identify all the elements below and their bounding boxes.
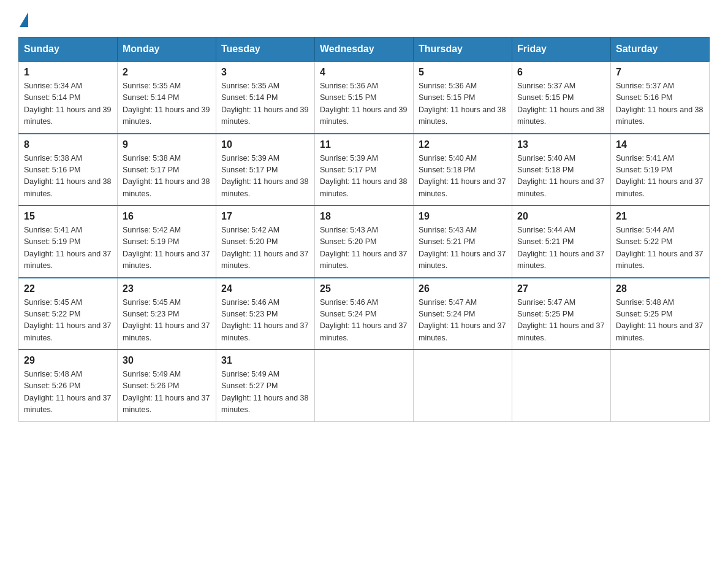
- day-number: 4: [320, 67, 408, 78]
- day-info: Sunrise: 5:34 AMSunset: 5:14 PMDaylight:…: [24, 80, 112, 128]
- calendar-cell: 11Sunrise: 5:39 AMSunset: 5:17 PMDayligh…: [315, 134, 414, 206]
- day-info: Sunrise: 5:44 AMSunset: 5:21 PMDaylight:…: [517, 224, 605, 272]
- day-number: 30: [123, 355, 211, 366]
- day-number: 21: [616, 211, 704, 222]
- day-info: Sunrise: 5:37 AMSunset: 5:16 PMDaylight:…: [616, 80, 704, 128]
- day-number: 22: [24, 283, 112, 294]
- day-number: 16: [123, 211, 211, 222]
- day-number: 26: [419, 283, 507, 294]
- calendar-cell: 28Sunrise: 5:48 AMSunset: 5:25 PMDayligh…: [611, 278, 710, 350]
- day-number: 2: [123, 67, 211, 78]
- calendar-cell: 1Sunrise: 5:34 AMSunset: 5:14 PMDaylight…: [19, 61, 118, 134]
- day-info: Sunrise: 5:45 AMSunset: 5:23 PMDaylight:…: [123, 297, 211, 345]
- calendar-cell: 7Sunrise: 5:37 AMSunset: 5:16 PMDaylight…: [611, 61, 710, 134]
- day-info: Sunrise: 5:44 AMSunset: 5:22 PMDaylight:…: [616, 224, 704, 272]
- day-info: Sunrise: 5:41 AMSunset: 5:19 PMDaylight:…: [24, 224, 112, 272]
- calendar-cell: 12Sunrise: 5:40 AMSunset: 5:18 PMDayligh…: [414, 134, 512, 206]
- day-number: 28: [616, 283, 704, 294]
- day-number: 15: [24, 211, 112, 222]
- day-info: Sunrise: 5:41 AMSunset: 5:19 PMDaylight:…: [616, 153, 704, 201]
- day-number: 7: [616, 67, 704, 78]
- calendar-cell: 26Sunrise: 5:47 AMSunset: 5:24 PMDayligh…: [414, 278, 512, 350]
- header-cell-friday: Friday: [512, 37, 611, 62]
- week-row-1: 1Sunrise: 5:34 AMSunset: 5:14 PMDaylight…: [19, 61, 710, 134]
- page-header: [18, 12, 710, 25]
- day-info: Sunrise: 5:40 AMSunset: 5:18 PMDaylight:…: [517, 153, 605, 201]
- day-info: Sunrise: 5:39 AMSunset: 5:17 PMDaylight:…: [221, 153, 309, 201]
- header-cell-thursday: Thursday: [414, 37, 512, 62]
- day-info: Sunrise: 5:35 AMSunset: 5:14 PMDaylight:…: [221, 80, 309, 128]
- calendar-cell: 15Sunrise: 5:41 AMSunset: 5:19 PMDayligh…: [19, 205, 118, 278]
- day-info: Sunrise: 5:46 AMSunset: 5:23 PMDaylight:…: [221, 297, 309, 345]
- day-number: 12: [419, 139, 507, 150]
- day-info: Sunrise: 5:49 AMSunset: 5:27 PMDaylight:…: [221, 369, 309, 416]
- calendar-cell: 30Sunrise: 5:49 AMSunset: 5:26 PMDayligh…: [118, 350, 216, 421]
- day-number: 6: [517, 67, 605, 78]
- day-info: Sunrise: 5:40 AMSunset: 5:18 PMDaylight:…: [419, 153, 507, 201]
- day-number: 3: [221, 67, 309, 78]
- calendar-cell: 22Sunrise: 5:45 AMSunset: 5:22 PMDayligh…: [19, 278, 118, 350]
- day-number: 5: [419, 67, 507, 78]
- day-info: Sunrise: 5:47 AMSunset: 5:25 PMDaylight:…: [517, 297, 605, 345]
- day-number: 10: [221, 139, 309, 150]
- calendar-cell: 21Sunrise: 5:44 AMSunset: 5:22 PMDayligh…: [611, 205, 710, 278]
- calendar-cell: [512, 350, 611, 421]
- day-info: Sunrise: 5:46 AMSunset: 5:24 PMDaylight:…: [320, 297, 408, 345]
- day-info: Sunrise: 5:35 AMSunset: 5:14 PMDaylight:…: [123, 80, 211, 128]
- day-number: 25: [320, 283, 408, 294]
- calendar-cell: 2Sunrise: 5:35 AMSunset: 5:14 PMDaylight…: [118, 61, 216, 134]
- calendar-cell: 27Sunrise: 5:47 AMSunset: 5:25 PMDayligh…: [512, 278, 611, 350]
- header-cell-monday: Monday: [118, 37, 216, 62]
- day-number: 17: [221, 211, 309, 222]
- week-row-4: 22Sunrise: 5:45 AMSunset: 5:22 PMDayligh…: [19, 278, 710, 350]
- header-cell-wednesday: Wednesday: [315, 37, 414, 62]
- calendar-body: 1Sunrise: 5:34 AMSunset: 5:14 PMDaylight…: [19, 61, 710, 421]
- day-number: 18: [320, 211, 408, 222]
- calendar-cell: 29Sunrise: 5:48 AMSunset: 5:26 PMDayligh…: [19, 350, 118, 421]
- calendar-cell: 8Sunrise: 5:38 AMSunset: 5:16 PMDaylight…: [19, 134, 118, 206]
- calendar-cell: 17Sunrise: 5:42 AMSunset: 5:20 PMDayligh…: [216, 205, 315, 278]
- calendar-cell: 4Sunrise: 5:36 AMSunset: 5:15 PMDaylight…: [315, 61, 414, 134]
- calendar-cell: 5Sunrise: 5:36 AMSunset: 5:15 PMDaylight…: [414, 61, 512, 134]
- logo-triangle-icon: [20, 12, 28, 27]
- day-number: 23: [123, 283, 211, 294]
- day-number: 13: [517, 139, 605, 150]
- week-row-5: 29Sunrise: 5:48 AMSunset: 5:26 PMDayligh…: [19, 350, 710, 421]
- day-info: Sunrise: 5:39 AMSunset: 5:17 PMDaylight:…: [320, 153, 408, 201]
- week-row-2: 8Sunrise: 5:38 AMSunset: 5:16 PMDaylight…: [19, 134, 710, 206]
- calendar-cell: [611, 350, 710, 421]
- calendar-header: SundayMondayTuesdayWednesdayThursdayFrid…: [19, 37, 710, 62]
- day-info: Sunrise: 5:43 AMSunset: 5:20 PMDaylight:…: [320, 224, 408, 272]
- day-info: Sunrise: 5:48 AMSunset: 5:26 PMDaylight:…: [24, 369, 112, 416]
- day-info: Sunrise: 5:45 AMSunset: 5:22 PMDaylight:…: [24, 297, 112, 345]
- calendar-cell: 6Sunrise: 5:37 AMSunset: 5:15 PMDaylight…: [512, 61, 611, 134]
- day-number: 31: [221, 355, 309, 366]
- day-number: 11: [320, 139, 408, 150]
- calendar-cell: 24Sunrise: 5:46 AMSunset: 5:23 PMDayligh…: [216, 278, 315, 350]
- header-row: SundayMondayTuesdayWednesdayThursdayFrid…: [19, 37, 710, 62]
- day-number: 20: [517, 211, 605, 222]
- day-info: Sunrise: 5:49 AMSunset: 5:26 PMDaylight:…: [123, 369, 211, 416]
- day-number: 19: [419, 211, 507, 222]
- calendar-cell: 3Sunrise: 5:35 AMSunset: 5:14 PMDaylight…: [216, 61, 315, 134]
- day-info: Sunrise: 5:43 AMSunset: 5:21 PMDaylight:…: [419, 224, 507, 272]
- day-info: Sunrise: 5:38 AMSunset: 5:17 PMDaylight:…: [123, 153, 211, 201]
- logo: [18, 12, 28, 25]
- calendar-cell: 13Sunrise: 5:40 AMSunset: 5:18 PMDayligh…: [512, 134, 611, 206]
- calendar-cell: 9Sunrise: 5:38 AMSunset: 5:17 PMDaylight…: [118, 134, 216, 206]
- calendar-cell: 25Sunrise: 5:46 AMSunset: 5:24 PMDayligh…: [315, 278, 414, 350]
- day-info: Sunrise: 5:37 AMSunset: 5:15 PMDaylight:…: [517, 80, 605, 128]
- day-info: Sunrise: 5:42 AMSunset: 5:20 PMDaylight:…: [221, 224, 309, 272]
- day-number: 24: [221, 283, 309, 294]
- day-info: Sunrise: 5:38 AMSunset: 5:16 PMDaylight:…: [24, 153, 112, 201]
- calendar-cell: 20Sunrise: 5:44 AMSunset: 5:21 PMDayligh…: [512, 205, 611, 278]
- day-info: Sunrise: 5:42 AMSunset: 5:19 PMDaylight:…: [123, 224, 211, 272]
- calendar-cell: 10Sunrise: 5:39 AMSunset: 5:17 PMDayligh…: [216, 134, 315, 206]
- header-cell-tuesday: Tuesday: [216, 37, 315, 62]
- week-row-3: 15Sunrise: 5:41 AMSunset: 5:19 PMDayligh…: [19, 205, 710, 278]
- calendar-cell: 23Sunrise: 5:45 AMSunset: 5:23 PMDayligh…: [118, 278, 216, 350]
- calendar-cell: 19Sunrise: 5:43 AMSunset: 5:21 PMDayligh…: [414, 205, 512, 278]
- day-number: 27: [517, 283, 605, 294]
- calendar-cell: 18Sunrise: 5:43 AMSunset: 5:20 PMDayligh…: [315, 205, 414, 278]
- day-number: 29: [24, 355, 112, 366]
